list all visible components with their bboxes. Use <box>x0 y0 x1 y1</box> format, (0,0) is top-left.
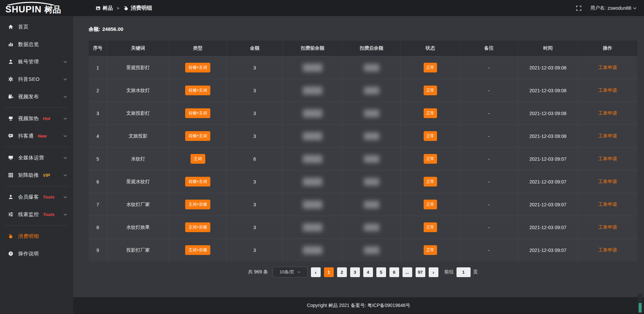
chevron-down-icon <box>633 7 637 9</box>
cell-balance-before <box>283 148 342 170</box>
ticket-request-link[interactable]: 工单申请 <box>598 110 617 116</box>
sidebar-item-home[interactable]: 首页 <box>0 18 73 36</box>
ticket-request-link[interactable]: 工单申请 <box>598 156 617 162</box>
sidebar-item-video-publish[interactable]: 视频发布 <box>0 88 73 105</box>
column-header: 状态 <box>401 41 460 56</box>
page-button[interactable]: 3 <box>350 267 360 277</box>
balance-label: 余额: <box>89 26 100 32</box>
sidebar-item-label: 视频加热 <box>18 115 39 122</box>
user-menu[interactable]: 用户名: zswodun88 <box>590 5 637 11</box>
ticket-request-link[interactable]: 工单申请 <box>598 133 617 139</box>
cell-type: 主词+后缀 <box>169 239 227 261</box>
fullscreen-icon[interactable] <box>576 5 582 11</box>
column-header: 关键词 <box>107 41 169 56</box>
chevron-down-icon <box>63 61 67 63</box>
logo: SHUPIN 树品 <box>0 2 73 14</box>
sidebar-item-account-management[interactable]: 账号管理 <box>0 53 73 70</box>
page-button[interactable]: 2 <box>337 267 347 277</box>
cell-keyword: 文旅水纹灯 <box>107 79 169 102</box>
table-row: 4 文旅投影 前缀+主词 3 正常 - 2021-12-03 09:08 工单申… <box>89 124 637 147</box>
cell-time: 2021-12-03 09:07 <box>518 216 578 239</box>
redacted-balance-after <box>364 178 379 186</box>
sidebar-item-instructions[interactable]: ? 操作说明 <box>0 245 73 262</box>
page-button[interactable]: 97 <box>416 267 425 277</box>
ticket-request-link[interactable]: 工单申请 <box>598 88 617 94</box>
cell-remark: - <box>460 239 518 261</box>
cell-status: 正常 <box>401 102 460 124</box>
column-header: 操作 <box>578 41 637 56</box>
breadcrumb-item-home[interactable]: 树品 <box>96 5 113 11</box>
cell-remark: - <box>460 125 518 147</box>
ticket-request-link[interactable]: 工单申请 <box>598 224 617 230</box>
sidebar-item-omnimedia-operation[interactable]: 全媒体运营 <box>0 149 73 166</box>
type-badge: 主词+后缀 <box>185 222 210 232</box>
balance-value: 24856.00 <box>102 26 123 32</box>
redacted-balance-after <box>364 133 379 140</box>
ticket-request-link[interactable]: 工单申请 <box>598 179 617 185</box>
redacted-balance-before <box>303 178 322 186</box>
tools-badge: Tools <box>43 212 54 217</box>
cell-keyword: 景观投影灯 <box>107 56 169 79</box>
sidebar-item-label: 首页 <box>18 24 29 30</box>
sidebar-divider <box>5 186 68 186</box>
sidebar-item-member-baoke[interactable]: 会员爆客 Tools <box>0 188 73 206</box>
cell-status: 正常 <box>401 216 460 239</box>
page-size-select[interactable]: 10条/页 <box>273 267 308 277</box>
main-content: 余额:24856.00 序号关键词类型金额扣费前余额扣费后余额状态备注时间操作 … <box>73 16 644 314</box>
sidebar-item-douketong[interactable]: 抖客通 New <box>0 127 73 145</box>
page-button[interactable]: 5 <box>376 267 386 277</box>
bar-chart-icon <box>8 42 13 47</box>
table-row: 5 水纹灯 主词 6 正常 - 2021-12-03 09:07 工单申请 <box>89 147 637 170</box>
image-icon <box>96 6 101 11</box>
next-page-button[interactable]: › <box>429 267 438 277</box>
sidebar-item-lead-monitoring[interactable]: 线索监控 Tools <box>0 206 73 223</box>
redacted-balance-before <box>303 132 322 140</box>
cell-amount: 3 <box>227 102 283 124</box>
cell-index: 4 <box>89 125 107 147</box>
sidebar-item-label: 账号管理 <box>18 59 39 65</box>
chevron-down-icon <box>63 78 67 81</box>
cell-status: 正常 <box>401 170 460 193</box>
page-button[interactable]: 1 <box>324 267 334 277</box>
table-header-row: 序号关键词类型金额扣费前余额扣费后余额状态备注时间操作 <box>89 41 637 56</box>
cell-amount: 3 <box>227 170 283 193</box>
cell-time: 2021-12-03 09:08 <box>518 79 578 102</box>
goto-page-input[interactable] <box>457 267 471 277</box>
cell-time: 2021-12-03 09:08 <box>518 125 578 147</box>
goto-label: 前往 <box>444 269 454 275</box>
cell-balance-before <box>283 56 342 79</box>
sidebar-item-matrix-boost[interactable]: 矩阵助推 VIP <box>0 166 73 184</box>
sidebar-item-douyin-seo[interactable]: 抖音SEO <box>0 70 73 88</box>
page-buttons: 123456...97 <box>324 267 425 277</box>
cell-status: 正常 <box>401 239 460 261</box>
page-ellipsis-button[interactable]: ... <box>402 267 412 277</box>
cell-action: 工单申请 <box>578 102 637 124</box>
cell-amount: 6 <box>227 148 283 170</box>
ticket-request-link[interactable]: 工单申请 <box>598 202 617 208</box>
username-value: zswodun88 <box>607 5 631 11</box>
sidebar-item-consumption-details[interactable]: 消费明细 <box>0 227 73 245</box>
ticket-request-link[interactable]: 工单申请 <box>598 65 617 71</box>
sidebar-divider <box>5 107 68 108</box>
cell-balance-before <box>283 216 342 239</box>
cell-balance-before <box>283 79 342 102</box>
cell-keyword: 投影灯厂家 <box>107 239 169 261</box>
cell-keyword: 景观水纹灯 <box>107 170 169 193</box>
prev-page-button[interactable]: ‹ <box>311 267 321 277</box>
sidebar-item-video-heating[interactable]: 视频加热 Hot <box>0 110 73 127</box>
cell-index: 7 <box>89 193 107 216</box>
sidebar-item-label: 会员爆客 <box>18 194 39 200</box>
cell-index: 2 <box>89 79 107 102</box>
cell-balance-after <box>342 216 400 239</box>
cell-index: 6 <box>89 170 107 193</box>
redacted-balance-before <box>303 64 322 72</box>
hot-badge: Hot <box>43 116 50 121</box>
sidebar-item-data-overview[interactable]: 数据总览 <box>0 36 73 53</box>
page-button[interactable]: 4 <box>363 267 373 277</box>
new-badge: New <box>38 134 47 139</box>
sidebar-item-label: 视频发布 <box>18 94 39 100</box>
page-button[interactable]: 6 <box>389 267 399 277</box>
cell-time: 2021-12-03 09:07 <box>518 193 578 216</box>
home-icon <box>8 24 13 30</box>
ticket-request-link[interactable]: 工单申请 <box>598 247 617 253</box>
